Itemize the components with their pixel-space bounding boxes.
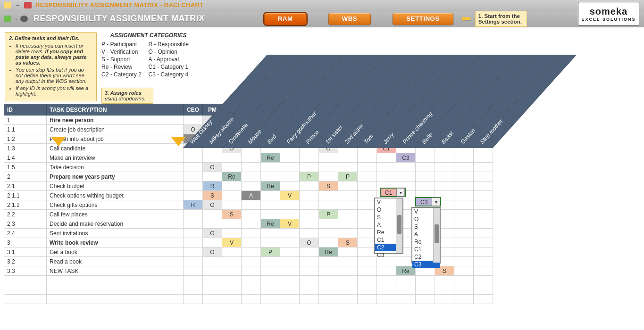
cell-role[interactable]: Re (261, 219, 280, 229)
cell-role[interactable] (222, 134, 242, 144)
cell-role[interactable] (377, 125, 396, 134)
cell-role[interactable] (261, 238, 280, 248)
cell-role[interactable]: C1 (377, 144, 396, 153)
cell-role[interactable] (203, 238, 222, 248)
cell-role[interactable]: A (184, 134, 203, 144)
cell-role[interactable] (319, 257, 338, 266)
cell-role[interactable] (222, 191, 242, 200)
cell-role[interactable]: Re (280, 125, 300, 134)
cell-role[interactable] (454, 238, 474, 248)
cell-role[interactable] (184, 276, 203, 285)
cell-role[interactable] (454, 266, 474, 276)
cell-role[interactable] (454, 295, 474, 304)
cell-role[interactable] (416, 144, 435, 153)
table-row[interactable]: 1.1Create job descriptionOVARe (4, 125, 493, 134)
cell-role[interactable] (474, 172, 493, 182)
cell-role[interactable]: S (203, 191, 222, 200)
cell-role[interactable] (300, 248, 319, 257)
cell-role[interactable] (454, 276, 474, 285)
cell-role[interactable] (280, 229, 300, 238)
cell-role[interactable] (454, 172, 474, 182)
cell-task[interactable]: Take decision (47, 163, 184, 172)
cell-role[interactable] (242, 134, 261, 144)
cell-role[interactable]: O (319, 144, 338, 153)
cell-role[interactable] (435, 125, 454, 134)
cell-role[interactable] (222, 163, 242, 172)
cell-role[interactable] (396, 285, 416, 295)
cell-task[interactable]: Call candidate (47, 144, 184, 153)
cell-role[interactable] (184, 172, 203, 182)
cell-role[interactable]: V (280, 219, 300, 229)
cell-role[interactable] (338, 295, 358, 304)
cell-role[interactable] (358, 257, 377, 266)
cell-role[interactable] (242, 248, 261, 257)
cell-id[interactable]: 1.5 (4, 163, 47, 172)
cell-role[interactable] (338, 191, 358, 200)
cell-role[interactable] (396, 295, 416, 304)
cell-role[interactable] (338, 257, 358, 266)
cell-role[interactable] (261, 257, 280, 266)
role-dropdown-list[interactable]: VOSAReC1C2C3 (374, 198, 403, 254)
cell-role[interactable] (454, 257, 474, 266)
cell-role[interactable] (261, 266, 280, 276)
cell-role[interactable] (396, 134, 416, 144)
cell-role[interactable] (280, 172, 300, 182)
cell-role[interactable]: Re (261, 153, 280, 163)
cell-role[interactable] (338, 285, 358, 295)
cell-role[interactable] (319, 172, 338, 182)
cell-role[interactable] (416, 182, 435, 191)
cell-role[interactable] (261, 125, 280, 134)
cell-role[interactable]: C2 (416, 134, 435, 144)
cell-role[interactable] (416, 116, 435, 125)
cell-role[interactable] (454, 219, 474, 229)
cell-role[interactable] (474, 276, 493, 285)
cell-role[interactable] (435, 144, 454, 153)
cell-role[interactable] (261, 163, 280, 172)
cell-role[interactable] (280, 144, 300, 153)
cell-role[interactable] (319, 229, 338, 238)
cell-id[interactable]: 2.1 (4, 182, 47, 191)
cell-role[interactable] (242, 276, 261, 285)
cell-role[interactable] (242, 182, 261, 191)
cell-role[interactable] (242, 219, 261, 229)
cell-role[interactable] (319, 134, 338, 144)
table-row[interactable]: 2.1Check budgetRReS (4, 182, 493, 191)
cell-role[interactable]: O (203, 248, 222, 257)
cell-role[interactable] (338, 163, 358, 172)
cell-role[interactable] (184, 191, 203, 200)
cell-role[interactable] (203, 295, 222, 304)
cell-role[interactable] (300, 285, 319, 295)
cell-role[interactable] (319, 163, 338, 172)
table-row[interactable]: 1.5Take decisionO (4, 163, 493, 172)
cell-role[interactable] (280, 257, 300, 266)
cell-role[interactable] (435, 295, 454, 304)
cell-role[interactable] (319, 266, 338, 276)
cell-role[interactable] (242, 144, 261, 153)
cell-role[interactable]: A (242, 191, 261, 200)
cell-role[interactable] (474, 248, 493, 257)
cell-role[interactable] (319, 125, 338, 134)
cell-role[interactable]: Re (222, 172, 242, 182)
cell-role[interactable] (242, 172, 261, 182)
cell-role[interactable] (319, 191, 338, 200)
cell-id[interactable] (4, 295, 47, 304)
cell-id[interactable]: 2.1.2 (4, 200, 47, 210)
cell-task[interactable]: Get a book (47, 248, 184, 257)
cell-role[interactable] (454, 248, 474, 257)
cell-task[interactable]: Prepare new years party (47, 172, 184, 182)
cell-role[interactable]: C3 (396, 153, 416, 163)
cell-role[interactable] (338, 134, 358, 144)
cell-role[interactable] (358, 125, 377, 134)
cell-task[interactable]: Write book review (47, 238, 184, 248)
cell-role[interactable] (338, 125, 358, 134)
cell-role[interactable] (184, 144, 203, 153)
cell-role[interactable]: V (203, 134, 222, 144)
cell-role[interactable] (184, 210, 203, 219)
cell-role[interactable]: P (261, 248, 280, 257)
cell-role[interactable] (474, 191, 493, 200)
cell-role[interactable] (300, 295, 319, 304)
cell-role[interactable]: O (184, 125, 203, 134)
cell-role[interactable] (184, 229, 203, 238)
cell-role[interactable] (184, 163, 203, 172)
cell-role[interactable] (454, 116, 474, 125)
